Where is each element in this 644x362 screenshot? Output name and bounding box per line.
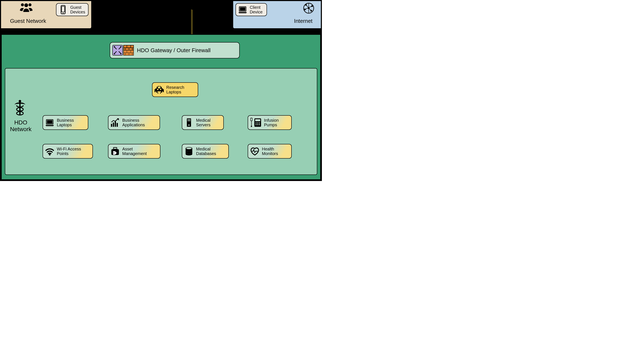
svg-point-12: [304, 8, 306, 10]
node-label: Client Device: [250, 5, 262, 14]
node-label: Health Monitors: [262, 147, 278, 156]
node-infusion-pumps: Infusion Pumps: [248, 115, 292, 130]
space-invader-icon: [154, 85, 164, 95]
svg-rect-50: [111, 124, 112, 127]
node-label: HDO Gateway / Outer Firewall: [137, 47, 210, 54]
zone-label-internet: Internet: [288, 18, 318, 24]
svg-point-68: [259, 124, 260, 125]
people-group-icon: [20, 3, 33, 13]
node-label: Wi-Fi Access Points: [57, 147, 81, 156]
briefcase-tag-icon: [110, 146, 120, 156]
node-label: Asset Management: [122, 147, 147, 156]
database-stack-icon: [184, 146, 194, 156]
svg-rect-32: [124, 50, 134, 55]
svg-point-69: [49, 154, 50, 155]
node-label: Infusion Pumps: [264, 118, 279, 127]
svg-rect-36: [154, 89, 156, 92]
node-wifi-access-points: Wi-Fi Access Points: [42, 144, 93, 159]
svg-rect-71: [114, 147, 117, 149]
node-client-device: Client Device: [236, 3, 267, 16]
svg-point-5: [63, 12, 64, 13]
svg-rect-51: [113, 123, 114, 127]
node-asset-management: Asset Management: [108, 144, 160, 159]
svg-point-66: [256, 124, 257, 125]
node-business-applications: Business Applications: [108, 115, 160, 130]
svg-rect-53: [116, 123, 118, 127]
svg-rect-47: [160, 89, 161, 90]
svg-point-64: [257, 123, 258, 124]
globe-network-icon: [303, 2, 314, 14]
node-guest-devices: Guest Devices: [56, 3, 88, 16]
svg-point-14: [308, 7, 310, 9]
laptop-icon: [45, 117, 55, 128]
svg-point-65: [259, 123, 260, 124]
caduceus-medical-icon: [14, 99, 26, 116]
node-label: Guest Devices: [70, 5, 85, 14]
diagram-canvas: Guest Network Guest Devices Internet Cli…: [0, 0, 322, 181]
svg-rect-55: [188, 119, 190, 120]
svg-point-13: [311, 5, 313, 7]
svg-rect-34: [19, 102, 20, 115]
svg-rect-44: [158, 93, 158, 93]
svg-rect-4: [62, 6, 64, 12]
svg-rect-59: [250, 118, 252, 121]
svg-rect-52: [115, 121, 116, 127]
svg-point-10: [305, 4, 307, 6]
svg-point-63: [256, 123, 257, 124]
chart-growth-icon: [110, 117, 120, 128]
svg-point-67: [257, 124, 258, 125]
infusion-pump-icon: [250, 117, 262, 128]
svg-point-74: [186, 147, 192, 149]
svg-rect-38: [157, 87, 158, 88]
svg-rect-49: [47, 120, 52, 124]
node-label: Medical Servers: [196, 118, 210, 127]
server-tower-icon: [184, 117, 194, 128]
node-medical-databases: Medical Databases: [182, 144, 229, 159]
svg-point-57: [188, 124, 190, 126]
svg-rect-43: [161, 91, 162, 93]
svg-rect-42: [156, 91, 158, 93]
svg-point-61: [251, 126, 252, 127]
zone-label-hdo: HDO Network: [8, 119, 33, 133]
smartphone-icon: [58, 4, 68, 15]
node-hdo-gateway: HDO Gateway / Outer Firewall: [110, 42, 240, 58]
node-label: Research Laptops: [166, 85, 184, 94]
zone-label-guest: Guest Network: [4, 18, 52, 24]
svg-point-2: [28, 3, 32, 6]
svg-rect-62: [255, 119, 260, 121]
svg-rect-40: [158, 86, 159, 87]
svg-point-11: [310, 10, 312, 11]
svg-point-1: [21, 3, 24, 6]
svg-point-72: [114, 152, 114, 153]
firewall-brickwall-icon: [123, 45, 134, 56]
node-business-laptops: Business Laptops: [42, 115, 88, 130]
heart-monitor-icon: [250, 146, 260, 156]
svg-rect-35: [156, 88, 163, 91]
node-label: Business Applications: [122, 118, 145, 127]
node-label: Business Laptops: [57, 118, 74, 127]
laptop-icon: [238, 4, 248, 15]
svg-rect-39: [160, 87, 162, 88]
wifi-icon: [45, 146, 55, 156]
svg-rect-45: [160, 93, 161, 93]
router-switch-icon: [112, 45, 123, 56]
svg-rect-16: [240, 7, 245, 11]
svg-rect-41: [160, 86, 160, 87]
node-label: Medical Databases: [196, 147, 216, 156]
svg-rect-46: [157, 89, 158, 90]
svg-rect-37: [163, 89, 164, 92]
svg-rect-56: [188, 120, 190, 121]
node-medical-servers: Medical Servers: [182, 115, 224, 130]
node-research-laptops: Research Laptops: [152, 82, 198, 97]
node-health-monitors: Health Monitors: [248, 144, 292, 159]
svg-point-0: [24, 3, 28, 7]
